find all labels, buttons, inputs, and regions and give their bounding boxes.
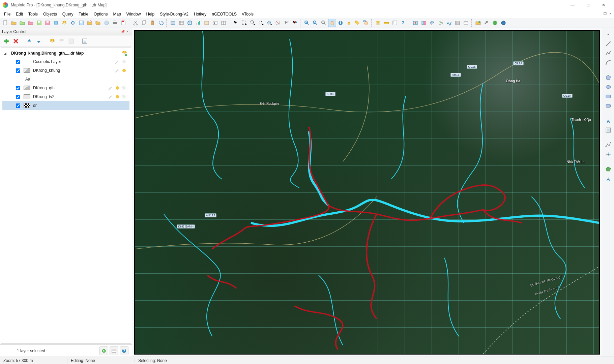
zoom-in-tool[interactable]	[303, 19, 311, 27]
tools-button[interactable]	[483, 19, 491, 27]
polygon-tool[interactable]	[604, 73, 613, 82]
window-close-button[interactable]: ✕	[596, 0, 611, 10]
close-all-button[interactable]	[94, 19, 102, 27]
mbr-button[interactable]	[462, 19, 470, 27]
invert-select-tool[interactable]	[282, 19, 290, 27]
add-layer-button[interactable]	[2, 37, 11, 46]
layer-edit-icon[interactable]	[108, 85, 113, 91]
layer-visible-checkbox[interactable]	[16, 95, 20, 99]
layer-edit-icon[interactable]	[115, 59, 120, 64]
undo-button[interactable]	[157, 19, 165, 27]
copy-button[interactable]	[140, 19, 148, 27]
arc-tool[interactable]	[604, 58, 613, 67]
layer-options-button[interactable]	[80, 37, 89, 46]
stats-button[interactable]: Σ	[399, 19, 407, 27]
layer-row-tv2[interactable]: DKrong_tv2	[2, 92, 129, 101]
line-tool[interactable]	[604, 39, 613, 48]
panel-close-icon[interactable]: ×	[125, 30, 130, 33]
menu-edit[interactable]: Edit	[13, 11, 26, 18]
ellipse-tool[interactable]	[604, 83, 613, 91]
status-zoom[interactable]: Zoom: 57.300 m	[0, 358, 67, 363]
districts-button[interactable]	[220, 19, 228, 27]
layer-help-button[interactable]: ?	[120, 346, 128, 355]
map-canvas[interactable]: Đồi Rockpile Đông Hà Thành cổ Qu Nhà Thờ…	[134, 30, 600, 355]
set-target-dist-button[interactable]	[411, 19, 419, 27]
open-named-button[interactable]	[27, 19, 35, 27]
close-button[interactable]	[86, 19, 94, 27]
label-tool[interactable]	[353, 19, 361, 27]
window-minimize-button[interactable]: —	[565, 0, 580, 10]
symbol-tool[interactable]	[604, 30, 613, 39]
panel-pin-icon[interactable]: 📌	[120, 30, 125, 33]
polygon-select-tool[interactable]	[257, 19, 265, 27]
select-tool[interactable]	[232, 19, 240, 27]
dbms-button[interactable]	[103, 19, 111, 27]
mdi-close-button[interactable]: ×	[608, 11, 613, 16]
layer-style-icon[interactable]	[121, 59, 127, 64]
map-group-row[interactable]: ◢ DKrong_khung,DKrong_gth,...,dr Map	[2, 49, 129, 57]
remove-layer-button[interactable]	[11, 37, 20, 46]
new-graph-button[interactable]	[194, 19, 202, 27]
refresh-button[interactable]	[69, 19, 77, 27]
cut-button[interactable]	[131, 19, 140, 27]
reshape-tool[interactable]	[604, 141, 613, 149]
menu-help[interactable]: Help	[144, 11, 157, 18]
new-layout-button[interactable]	[186, 19, 194, 27]
drag-window-tool[interactable]	[362, 19, 370, 27]
layer-visible-checkbox[interactable]	[16, 86, 20, 90]
internet-button[interactable]	[491, 19, 499, 27]
menu-window[interactable]: Window	[124, 11, 144, 18]
assign-select-button[interactable]	[420, 19, 428, 27]
polyline-tool[interactable]	[604, 49, 613, 58]
rectangle-tool[interactable]	[604, 92, 613, 101]
open-workspace-button[interactable]	[18, 19, 26, 27]
menu-style-duong[interactable]: Style-Duong-V2	[157, 11, 191, 18]
mdi-restore-button[interactable]: ❐	[603, 11, 607, 16]
menu-ngeotools[interactable]: nGEOTOOLS	[209, 11, 239, 18]
new-redistricter-button[interactable]	[203, 19, 211, 27]
status-editing[interactable]: Editing: None	[67, 358, 135, 363]
layer-theme-button[interactable]	[67, 37, 76, 46]
redistricter-button[interactable]	[445, 19, 453, 27]
status-selecting[interactable]: Selecting: None	[135, 358, 202, 363]
move-layer-down-button[interactable]	[34, 37, 43, 46]
frame-tool[interactable]	[604, 126, 613, 134]
menu-objects[interactable]: Objects	[40, 11, 60, 18]
move-layer-up-button[interactable]	[25, 37, 34, 46]
menu-vtools[interactable]: vTools	[239, 11, 256, 18]
save-query-button[interactable]	[43, 19, 52, 27]
layer-edit-icon[interactable]	[108, 94, 113, 99]
save-copy-button[interactable]	[77, 19, 85, 27]
menu-hotkey[interactable]: Hotkey	[191, 11, 209, 18]
ruler-tool[interactable]	[382, 19, 390, 27]
print-button[interactable]	[111, 19, 119, 27]
mdi-minimize-button[interactable]: –	[597, 11, 602, 16]
layer-refresh-button[interactable]	[99, 346, 108, 355]
new-map-button[interactable]	[169, 19, 177, 27]
layers-button[interactable]	[60, 19, 68, 27]
layer-visible-checkbox[interactable]	[16, 60, 20, 64]
change-view-tool[interactable]	[320, 19, 328, 27]
layer-explorer-button[interactable]	[110, 346, 118, 355]
unselect-all-tool[interactable]	[274, 19, 282, 27]
text-style-tool[interactable]: A	[604, 174, 613, 183]
set-clip-button[interactable]	[437, 19, 445, 27]
collapse-icon[interactable]: ◢	[4, 52, 8, 55]
zoom-out-tool[interactable]	[311, 19, 319, 27]
new-layer-button[interactable]	[52, 19, 60, 27]
hotlink-tool[interactable]	[345, 19, 353, 27]
window-maximize-button[interactable]: □	[580, 0, 596, 10]
show-table-button[interactable]	[454, 19, 462, 27]
layer-edit-icon[interactable]	[115, 68, 120, 73]
new-browser-button[interactable]	[177, 19, 185, 27]
rounded-rect-tool[interactable]	[604, 101, 613, 110]
legend-button[interactable]	[391, 19, 399, 27]
paste-button[interactable]	[148, 19, 156, 27]
radius-select-tool[interactable]	[248, 19, 257, 27]
menu-query[interactable]: Query	[60, 11, 76, 18]
layer-style-gold-icon[interactable]	[115, 94, 120, 99]
layer-style-gold-icon[interactable]	[115, 85, 120, 91]
region-style-tool[interactable]	[604, 165, 613, 174]
text-tool[interactable]: A	[604, 116, 613, 125]
menu-tools[interactable]: Tools	[26, 11, 40, 18]
